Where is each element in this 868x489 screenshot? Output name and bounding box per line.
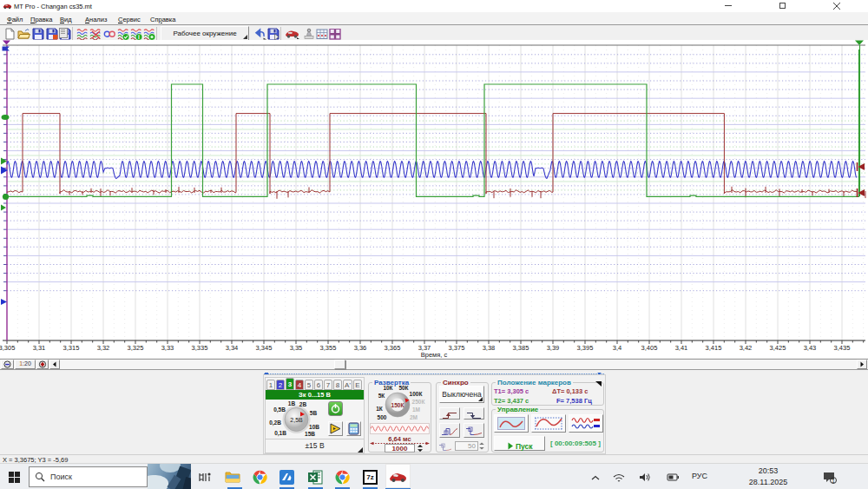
svg-text:3,34: 3,34	[226, 344, 239, 352]
svg-text:3,33: 3,33	[161, 344, 174, 352]
svg-text:150К: 150К	[391, 402, 404, 408]
svg-text:10В: 10В	[309, 424, 319, 430]
svg-text:500: 500	[378, 414, 387, 420]
svg-text:3,305: 3,305	[0, 344, 15, 352]
svg-text:Время, с: Время, с	[421, 351, 448, 359]
svg-text:3,375: 3,375	[449, 344, 465, 352]
svg-text:10К: 10К	[383, 385, 392, 391]
svg-text:0,5В: 0,5В	[273, 406, 286, 413]
svg-text:3,315: 3,315	[63, 344, 80, 352]
svg-text:1В: 1В	[288, 400, 296, 406]
svg-text:3,31: 3,31	[33, 344, 46, 352]
svg-text:2М: 2М	[410, 414, 418, 420]
svg-text:3,325: 3,325	[128, 344, 144, 352]
svg-text:250К: 250К	[412, 399, 425, 405]
svg-text:3,345: 3,345	[256, 344, 273, 352]
svg-text:3,335: 3,335	[192, 344, 208, 352]
svg-text:1М: 1М	[412, 406, 420, 413]
svg-text:0,2В: 0,2В	[269, 420, 281, 426]
svg-text:0,1В: 0,1В	[274, 430, 286, 437]
svg-text:3,38: 3,38	[483, 344, 496, 352]
svg-text:3,365: 3,365	[385, 344, 401, 352]
svg-text:3,32: 3,32	[97, 344, 110, 352]
svg-text:2В: 2В	[299, 401, 307, 407]
svg-text:5К: 5К	[378, 393, 385, 399]
svg-text:3,415: 3,415	[706, 344, 722, 352]
svg-text:3,395: 3,395	[577, 344, 594, 352]
svg-text:3,425: 3,425	[770, 344, 786, 352]
svg-text:5В: 5В	[310, 410, 318, 416]
svg-text:1: 1	[832, 478, 835, 484]
svg-text:3,35: 3,35	[290, 344, 303, 352]
svg-text:3,385: 3,385	[513, 344, 529, 352]
svg-text:3,36: 3,36	[354, 344, 367, 352]
svg-text:3,41: 3,41	[675, 344, 688, 352]
svg-text:50К: 50К	[398, 385, 408, 391]
svg-text:3,39: 3,39	[547, 344, 560, 352]
svg-text:2,5В: 2,5В	[290, 417, 303, 423]
svg-text:100К: 100К	[410, 391, 423, 397]
svg-text:3,43: 3,43	[804, 344, 817, 352]
svg-text:15В: 15В	[305, 431, 315, 437]
svg-text:3,435: 3,435	[834, 344, 851, 352]
svg-text:3,355: 3,355	[320, 344, 337, 352]
svg-text:3,405: 3,405	[641, 344, 658, 352]
svg-text:3,42: 3,42	[740, 344, 753, 352]
svg-text:3,4: 3,4	[613, 344, 621, 352]
svg-text:1К: 1К	[376, 406, 383, 412]
